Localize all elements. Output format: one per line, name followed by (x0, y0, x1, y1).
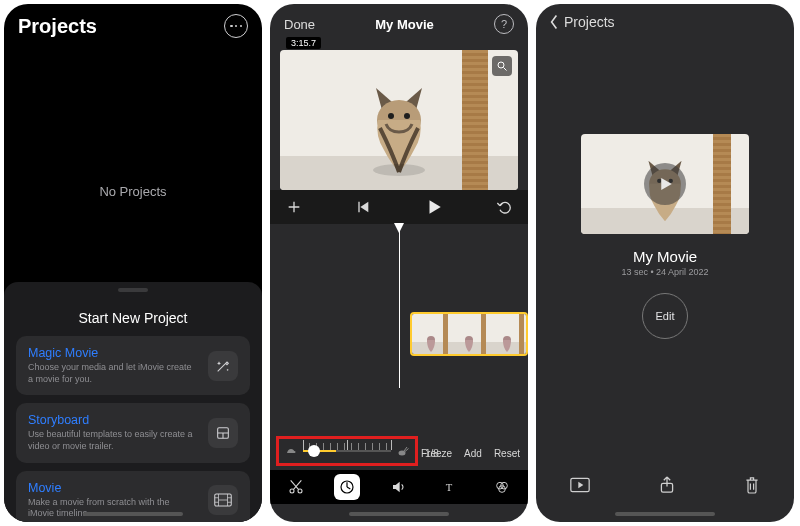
home-indicator[interactable] (83, 512, 183, 516)
rabbit-icon (397, 445, 409, 457)
skip-start-button[interactable] (355, 199, 371, 215)
done-button[interactable]: Done (284, 17, 315, 32)
freeze-button[interactable]: Freeze (421, 448, 452, 459)
card-title: Storyboard (28, 413, 198, 427)
magic-movie-card[interactable]: Magic Movie Choose your media and let iM… (16, 336, 250, 395)
card-desc: Use beautiful templates to easily create… (28, 429, 198, 452)
edit-toolbar: T (270, 470, 528, 504)
svg-point-14 (373, 164, 425, 176)
sheet-grabber[interactable] (118, 288, 148, 292)
titles-tool[interactable]: T (438, 474, 464, 500)
start-project-sheet: Start New Project Magic Movie Choose you… (4, 282, 262, 522)
svg-line-31 (347, 487, 350, 489)
turtle-icon (285, 445, 297, 457)
magic-wand-icon (208, 351, 238, 381)
back-chevron-icon[interactable] (548, 14, 560, 30)
cat-image (356, 80, 442, 180)
project-meta: 13 sec • 24 April 2022 (536, 267, 794, 277)
filters-tool[interactable] (489, 474, 515, 500)
more-button[interactable] (224, 14, 248, 38)
card-title: Magic Movie (28, 346, 198, 360)
speed-thumb[interactable] (308, 445, 320, 457)
play-overlay-icon[interactable] (644, 163, 686, 205)
cut-tool[interactable] (283, 474, 309, 500)
zoom-button[interactable] (492, 56, 512, 76)
svg-point-13 (404, 113, 410, 119)
project-title: My Movie (375, 17, 434, 32)
card-desc: Make a movie from scratch with the iMovi… (28, 497, 198, 520)
project-name: My Movie (536, 248, 794, 265)
reset-speed-button[interactable]: Reset (494, 448, 520, 459)
undo-button[interactable] (496, 199, 512, 215)
speed-tool[interactable] (334, 474, 360, 500)
home-indicator[interactable] (615, 512, 715, 516)
ellipsis-icon (230, 25, 242, 28)
volume-tool[interactable] (386, 474, 412, 500)
svg-point-12 (388, 113, 394, 119)
svg-text:T: T (445, 482, 452, 493)
card-title: Movie (28, 481, 198, 495)
sheet-title: Start New Project (16, 310, 250, 326)
project-detail-screen: Projects My Movie 13 sec • 24 April 2022… (536, 4, 794, 522)
storyboard-card[interactable]: Storyboard Use beautiful templates to ea… (16, 403, 250, 462)
speed-slider[interactable] (276, 436, 418, 466)
play-button[interactable] (425, 198, 443, 216)
clip-time-badge: 3:15.7 (286, 32, 321, 50)
add-speed-button[interactable]: Add (464, 448, 482, 459)
delete-button[interactable] (744, 475, 760, 495)
no-projects-label: No Projects (4, 184, 262, 199)
svg-point-15 (498, 62, 504, 68)
editor-screen: Done My Movie ? 3:15.7 (270, 4, 528, 522)
projects-title: Projects (18, 15, 97, 38)
svg-line-16 (504, 68, 507, 71)
storyboard-icon (208, 418, 238, 448)
video-preview[interactable] (280, 50, 518, 190)
play-fullscreen-button[interactable] (570, 477, 590, 493)
timeline[interactable]: T (270, 224, 528, 388)
share-button[interactable] (659, 475, 675, 495)
video-clip[interactable]: T (410, 312, 528, 356)
timeline-controls (270, 190, 528, 224)
svg-point-24 (399, 451, 406, 456)
projects-screen: Projects No Projects Start New Project M… (4, 4, 262, 522)
home-indicator[interactable] (349, 512, 449, 516)
help-button[interactable]: ? (494, 14, 514, 34)
project-thumbnail[interactable] (581, 134, 749, 234)
card-desc: Choose your media and let iMovie create … (28, 362, 198, 385)
project-actions (536, 466, 794, 504)
svg-point-23 (294, 451, 296, 453)
edit-button[interactable]: Edit (642, 293, 688, 339)
back-button[interactable]: Projects (564, 14, 615, 30)
speed-track[interactable] (303, 450, 391, 452)
film-icon (208, 485, 238, 515)
add-media-button[interactable] (286, 199, 302, 215)
playhead[interactable] (399, 224, 400, 388)
